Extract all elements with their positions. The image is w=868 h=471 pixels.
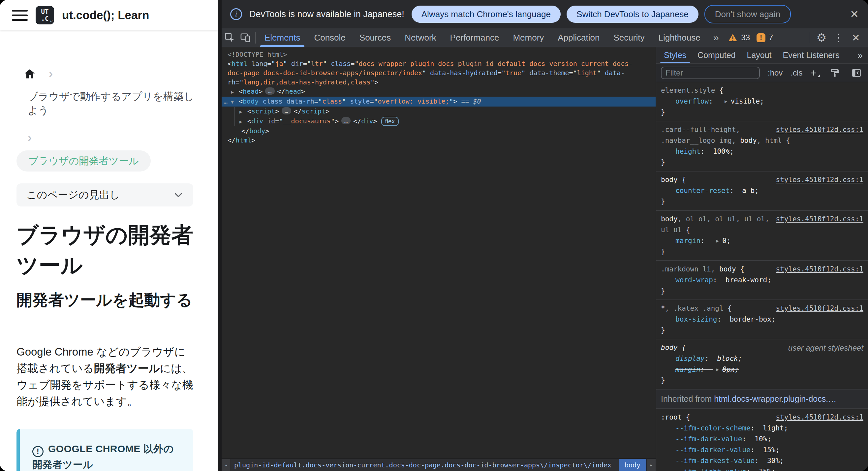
css-property[interactable]: display: block;: [661, 353, 863, 364]
sidebar-more-tabs-icon[interactable]: »: [852, 47, 868, 63]
stylesheet-link[interactable]: styles.4510f12d.css:1: [776, 124, 863, 135]
toc-collapsible[interactable]: このページの見出し: [17, 183, 193, 207]
css-property-value[interactable]: 15%: [763, 446, 776, 454]
css-selector[interactable]: *: [661, 305, 665, 312]
css-selector[interactable]: element.style: [661, 86, 715, 94]
css-selector[interactable]: .card--full-height, .navbar__logo img,: [661, 126, 740, 145]
expand-arrow-icon[interactable]: ▶: [240, 107, 247, 117]
css-property[interactable]: --ifm-light-value: 15%;: [661, 466, 863, 471]
tab-lighthouse[interactable]: Lighthouse: [651, 28, 707, 47]
site-logo[interactable]: UT .C ↵: [36, 6, 54, 24]
node-menu-ellipsis[interactable]: …: [224, 97, 227, 106]
css-property[interactable]: --ifm-dark-value: 10%;: [661, 434, 863, 445]
device-toolbar-icon[interactable]: [238, 28, 253, 47]
css-property-value[interactable]: 8px: [722, 366, 735, 373]
tab-memory[interactable]: Memory: [506, 28, 551, 47]
paint-brush-icon[interactable]: [828, 68, 842, 77]
stylesheet-link[interactable]: styles.4510f12d.css:1: [776, 412, 863, 423]
kebab-menu-icon[interactable]: ⋮: [831, 31, 846, 44]
expand-arrow-icon[interactable]: ▶: [231, 87, 239, 97]
issues-badge[interactable]: ! 7: [753, 28, 776, 47]
tab-performance[interactable]: Performance: [443, 28, 506, 47]
css-selector[interactable]: body: [719, 265, 736, 273]
home-icon[interactable]: [24, 68, 36, 80]
infobar-button[interactable]: Switch DevTools to Japanese: [566, 6, 699, 23]
sidebar-dock-icon[interactable]: [849, 69, 863, 77]
expand-value-arrow-icon[interactable]: ▶: [716, 364, 719, 375]
sidebar-tab-event-listeners[interactable]: Event Listeners: [777, 47, 845, 63]
css-property-name[interactable]: margin: [675, 366, 701, 373]
css-property-name[interactable]: height: [675, 148, 701, 155]
css-property[interactable]: --ifm-darkest-value: 30%;: [661, 456, 863, 466]
pseudo-state-toggle[interactable]: :hov: [768, 68, 783, 77]
css-property-name[interactable]: --ifm-color-scheme: [675, 424, 751, 432]
css-property-name[interactable]: --ifm-darkest-value: [675, 457, 754, 465]
breadcrumb-section[interactable]: ブラウザで動作するアプリを構築しよう: [17, 90, 201, 118]
expand-ellipsis-button[interactable]: …: [265, 87, 274, 95]
css-property[interactable]: margin: ▶0;: [661, 236, 863, 246]
css-property-name[interactable]: overflow: [675, 97, 709, 105]
css-property[interactable]: box-sizing: border-box;: [661, 314, 863, 325]
css-property-value[interactable]: break-word: [725, 276, 767, 284]
css-property-value[interactable]: 0: [722, 237, 726, 245]
css-property-value[interactable]: 30%: [767, 457, 780, 465]
css-property-value[interactable]: block: [717, 354, 738, 363]
css-property-name[interactable]: --ifm-light-value: [675, 468, 746, 471]
tab-application[interactable]: Application: [551, 28, 607, 47]
site-title[interactable]: ut.code(); Learn: [62, 8, 149, 22]
dom-tree-node[interactable]: ▶<head>…</head>: [222, 87, 648, 97]
css-property[interactable]: counter-reset: a b;: [661, 185, 863, 196]
settings-gear-icon[interactable]: ⚙: [814, 31, 829, 44]
infobar-button[interactable]: Don't show again: [705, 5, 791, 24]
css-property[interactable]: overflow: ▶visible;: [661, 96, 863, 107]
element-class-toggle[interactable]: .cls: [790, 68, 802, 77]
tab-console[interactable]: Console: [307, 28, 352, 47]
css-property-name[interactable]: counter-reset: [675, 187, 730, 195]
crumb-path[interactable]: plugin-id-default.docs-version-current.d…: [231, 459, 619, 471]
infobar-button[interactable]: Always match Chrome's language: [411, 6, 561, 23]
dom-tree-node[interactable]: ▶<div id="__docusaurus">…</div>flex: [222, 117, 648, 126]
css-property[interactable]: height: 100%;: [661, 146, 863, 157]
crumb-selected-body[interactable]: body: [619, 459, 646, 471]
css-property-name[interactable]: margin: [675, 237, 701, 245]
css-property-value[interactable]: border-box: [730, 315, 771, 323]
css-property-name[interactable]: box-sizing: [675, 315, 717, 323]
css-selector[interactable]: body: [661, 215, 678, 223]
css-property[interactable]: --ifm-darker-value: 15%;: [661, 445, 863, 456]
tab-network[interactable]: Network: [398, 28, 443, 47]
css-property-value[interactable]: 10%: [754, 435, 767, 443]
tab-security[interactable]: Security: [607, 28, 652, 47]
inherited-from-link[interactable]: html.docs-wrapper.plugin-docs.…: [714, 394, 836, 403]
more-tabs-icon[interactable]: »: [707, 28, 725, 47]
dom-tree-node[interactable]: ▶<script>…</script>: [222, 106, 648, 117]
css-property-value[interactable]: a b: [742, 187, 754, 195]
expand-arrow-icon[interactable]: ▶: [240, 117, 247, 126]
tab-elements[interactable]: Elements: [257, 28, 307, 47]
flex-badge[interactable]: flex: [381, 117, 399, 126]
css-property-value[interactable]: light: [763, 424, 784, 432]
css-selector[interactable]: ,: [757, 136, 765, 145]
dom-tree-node[interactable]: </body>: [222, 126, 648, 135]
css-selector[interactable]: .markdown li,: [661, 265, 719, 273]
stylesheet-link[interactable]: styles.4510f12d.css:1: [776, 264, 863, 275]
css-selector[interactable]: html: [765, 136, 782, 145]
stylesheet-link[interactable]: user agent stylesheet: [788, 342, 863, 353]
dom-tree-node[interactable]: <!DOCTYPE html>: [222, 50, 648, 59]
sidebar-tab-computed[interactable]: Computed: [692, 47, 741, 63]
css-property-name[interactable]: --ifm-darker-value: [675, 446, 751, 454]
inspect-element-icon[interactable]: [222, 28, 238, 47]
crumb-right-arrow[interactable]: ▸: [646, 459, 656, 471]
expand-value-arrow-icon[interactable]: ▶: [716, 236, 719, 246]
sidebar-tab-styles[interactable]: Styles: [658, 47, 692, 63]
css-property[interactable]: --ifm-color-scheme: light;: [661, 423, 863, 434]
css-selector[interactable]: body: [661, 176, 678, 184]
styles-filter-input[interactable]: [661, 67, 760, 79]
menu-icon[interactable]: [12, 10, 28, 21]
css-property[interactable]: margin: ▶8px;: [661, 364, 863, 375]
dom-tree-node[interactable]: …▼<body class data-rh="class" style="ove…: [222, 97, 656, 106]
css-property-name[interactable]: word-wrap: [675, 276, 713, 284]
css-selector[interactable]: :root: [661, 413, 682, 421]
devtools-close-icon[interactable]: ✕: [848, 32, 863, 43]
expand-ellipsis-button[interactable]: …: [341, 117, 350, 124]
css-selector[interactable]: , .katex .angl: [665, 305, 723, 312]
